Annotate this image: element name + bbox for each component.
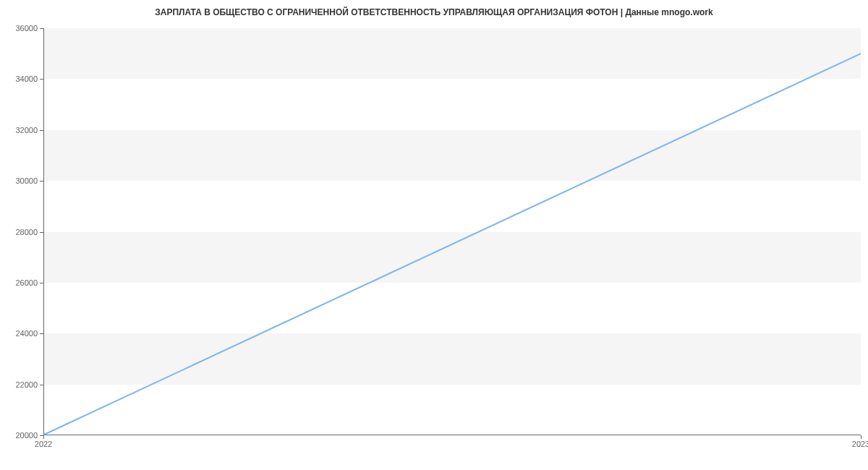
y-tick-mark: [40, 283, 43, 283]
y-tick-label: 20000: [5, 431, 38, 440]
y-tick-mark: [40, 28, 43, 29]
y-tick-label: 30000: [5, 176, 38, 185]
y-tick-label: 22000: [5, 380, 38, 389]
plot-area: [43, 28, 861, 435]
y-tick-mark: [40, 333, 43, 334]
line-chart-svg: [44, 28, 861, 435]
y-tick-label: 26000: [5, 278, 38, 287]
y-tick-mark: [40, 79, 43, 80]
y-tick-label: 24000: [5, 329, 38, 338]
y-tick-label: 28000: [5, 228, 38, 236]
x-tick-label: 2023: [852, 440, 868, 448]
y-tick-mark: [40, 130, 43, 131]
y-tick-mark: [40, 385, 43, 385]
y-tick-label: 32000: [5, 126, 38, 134]
x-tick-mark: [861, 435, 861, 439]
x-tick-label: 2022: [35, 440, 52, 448]
y-tick-mark: [40, 181, 43, 181]
data-line: [44, 54, 861, 435]
y-tick-label: 36000: [5, 24, 38, 33]
chart-title: ЗАРПЛАТА В ОБЩЕСТВО С ОГРАНИЧЕННОЙ ОТВЕТ…: [0, 7, 868, 17]
y-tick-label: 34000: [5, 74, 38, 83]
x-tick-mark: [43, 435, 44, 439]
y-tick-mark: [40, 232, 43, 233]
